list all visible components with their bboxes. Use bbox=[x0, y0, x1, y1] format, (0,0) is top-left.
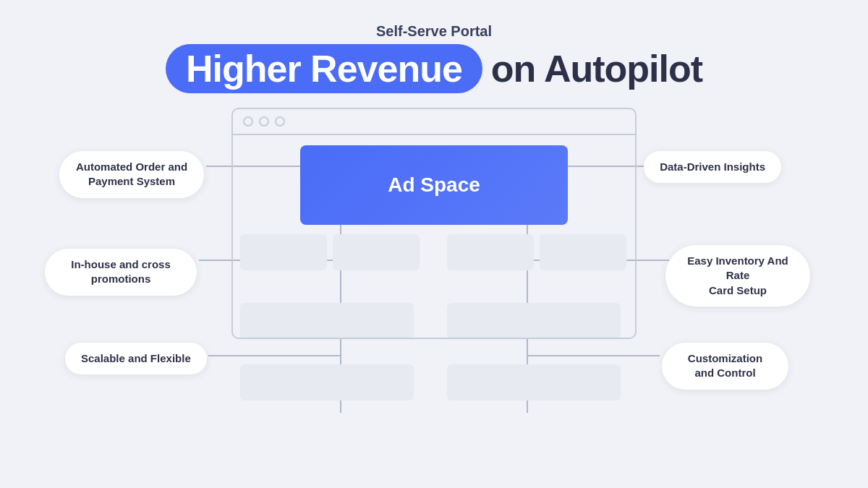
ad-space-label: Ad Space bbox=[388, 174, 480, 197]
h-line-left-bot bbox=[208, 355, 340, 356]
pill-automated: Automated Order andPayment System bbox=[59, 151, 204, 198]
pill-inhouse: In-house and crosspromotions bbox=[45, 249, 197, 296]
browser-toolbar bbox=[233, 109, 635, 135]
content-box-7 bbox=[240, 364, 414, 401]
pill-datadriven: Data-Driven Insights bbox=[644, 151, 781, 183]
h-line-right-bot bbox=[528, 355, 660, 356]
title-rest: on Autopilot bbox=[491, 47, 702, 90]
pill-customization: Customizationand Control bbox=[662, 343, 788, 390]
content-box-8 bbox=[447, 364, 621, 401]
header: Self-Serve Portal Higher Revenue on Auto… bbox=[166, 23, 702, 93]
subtitle: Self-Serve Portal bbox=[166, 23, 702, 40]
browser-dot-2 bbox=[259, 116, 269, 127]
pill-scalable: Scalable and Flexible bbox=[65, 343, 207, 374]
title-highlight: Higher Revenue bbox=[166, 44, 482, 93]
ad-space: Ad Space bbox=[300, 145, 568, 225]
page-container: Self-Serve Portal Higher Revenue on Auto… bbox=[0, 0, 868, 488]
pill-inventory: Easy Inventory And RateCard Setup bbox=[665, 245, 810, 307]
diagram-area: Ad Space Automated Order andPayment Syst… bbox=[0, 108, 868, 419]
title-line: Higher Revenue on Autopilot bbox=[166, 44, 702, 93]
browser-dot-3 bbox=[275, 116, 285, 127]
browser-dot-1 bbox=[243, 116, 253, 127]
